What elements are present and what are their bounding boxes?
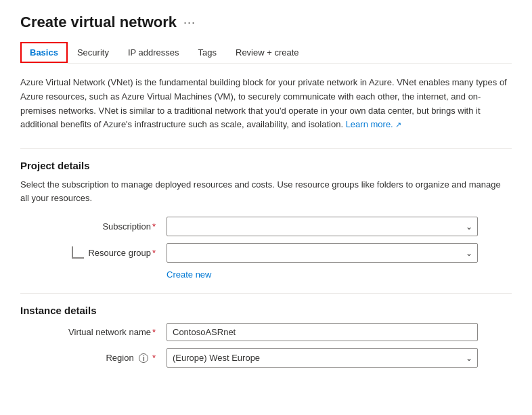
resource-group-label-wrapper: Resource group* bbox=[20, 246, 156, 260]
resource-group-required: * bbox=[152, 248, 156, 258]
vnet-name-row: Virtual network name* bbox=[20, 323, 512, 341]
subscription-required: * bbox=[152, 221, 156, 232]
project-details-heading: Project details bbox=[20, 160, 512, 171]
region-row: Region i * (Europe) West Europe ⌄ bbox=[20, 348, 512, 368]
vnet-name-required: * bbox=[152, 327, 156, 337]
region-select-wrapper: (Europe) West Europe ⌄ bbox=[167, 348, 478, 368]
instance-details-heading: Instance details bbox=[20, 305, 512, 316]
divider-1 bbox=[20, 148, 512, 149]
vnet-description: Azure Virtual Network (VNet) is the fund… bbox=[20, 76, 508, 132]
vnet-name-label: Virtual network name* bbox=[20, 327, 156, 337]
divider-2 bbox=[20, 293, 512, 294]
subscription-select-wrapper: ⌄ bbox=[167, 217, 478, 236]
subscription-row: Subscription* ⌄ bbox=[20, 217, 512, 236]
region-label: Region i * bbox=[20, 353, 156, 364]
resource-group-select-wrapper: ⌄ bbox=[167, 243, 478, 263]
tab-security[interactable]: Security bbox=[68, 42, 118, 63]
tab-basics[interactable]: Basics bbox=[20, 42, 68, 63]
tab-ip-addresses[interactable]: IP addresses bbox=[118, 42, 189, 63]
subscription-label: Subscription* bbox=[20, 221, 156, 232]
region-select[interactable]: (Europe) West Europe bbox=[167, 348, 478, 368]
subscription-select[interactable] bbox=[167, 217, 478, 236]
page-title: Create virtual network bbox=[20, 14, 177, 31]
vnet-name-input[interactable] bbox=[167, 323, 478, 341]
learn-more-link[interactable]: Learn more. ↗ bbox=[346, 118, 401, 132]
external-link-icon: ↗ bbox=[395, 119, 401, 131]
project-details-description: Select the subscription to manage deploy… bbox=[20, 178, 508, 204]
resource-group-select[interactable] bbox=[167, 243, 478, 263]
region-label-wrapper: Region i * bbox=[20, 353, 156, 364]
tabs-nav: Basics Security IP addresses Tags Review… bbox=[20, 42, 512, 64]
region-required: * bbox=[152, 353, 156, 363]
create-new-link[interactable]: Create new bbox=[167, 269, 512, 280]
tab-tags[interactable]: Tags bbox=[189, 42, 226, 63]
tab-review-create[interactable]: Review + create bbox=[226, 42, 309, 63]
resource-group-indent-icon bbox=[72, 246, 84, 259]
resource-group-label: Resource group* bbox=[88, 248, 156, 258]
resource-group-row: Resource group* ⌄ bbox=[20, 243, 512, 263]
more-options-icon[interactable]: ··· bbox=[183, 16, 196, 30]
region-info-icon[interactable]: i bbox=[139, 353, 148, 363]
